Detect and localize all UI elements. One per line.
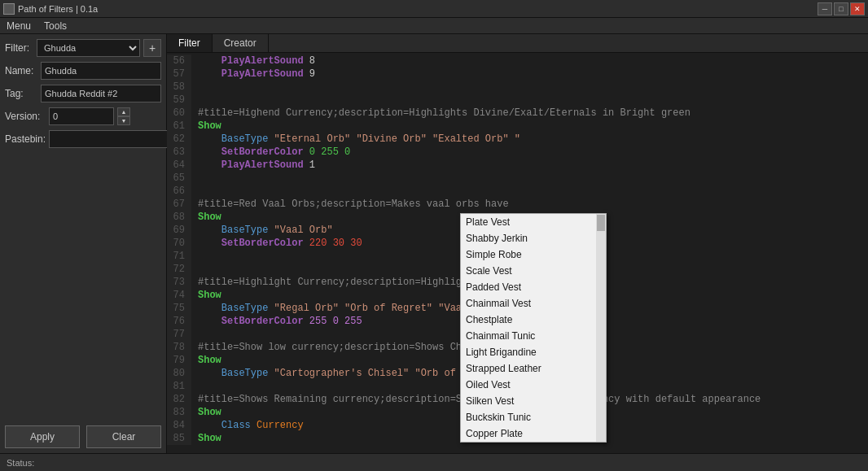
line-content: #title=Highend Currency;description=High… bbox=[191, 107, 690, 120]
table-row: 67#title=Red Vaal Orbs;description=Makes… bbox=[167, 198, 868, 211]
filter-row: Filter: Ghudda + bbox=[5, 39, 161, 57]
line-content: BaseType "Eternal Orb" "Divine Orb" "Exa… bbox=[191, 133, 520, 146]
close-button[interactable]: ✕ bbox=[850, 2, 865, 15]
list-item[interactable]: Chestplate bbox=[461, 312, 606, 328]
list-item[interactable]: Copper Plate bbox=[461, 425, 606, 442]
tag-row: Tag: bbox=[5, 85, 161, 102]
list-item[interactable]: Padded Vest bbox=[461, 279, 606, 295]
line-number: 75 bbox=[167, 302, 191, 315]
filter-select[interactable]: Ghudda bbox=[37, 39, 140, 57]
right-panel: Filter Creator 56 PlayAlertSound 857 Pla… bbox=[167, 34, 868, 453]
line-content bbox=[191, 185, 198, 198]
pastebin-row: Pastebin: bbox=[5, 130, 161, 148]
table-row: 57 PlayAlertSound 9 bbox=[167, 68, 868, 81]
list-item[interactable]: Chainmail Tunic bbox=[461, 328, 606, 344]
list-item[interactable]: Buckskin Tunic bbox=[461, 409, 606, 425]
line-number: 58 bbox=[167, 81, 191, 94]
line-number: 70 bbox=[167, 237, 191, 250]
line-content bbox=[191, 380, 198, 393]
line-number: 71 bbox=[167, 250, 191, 263]
list-item[interactable]: Oiled Vest bbox=[461, 377, 606, 393]
line-number: 64 bbox=[167, 159, 191, 172]
table-row: 60#title=Highend Currency;description=Hi… bbox=[167, 107, 868, 120]
table-row: 62 BaseType "Eternal Orb" "Divine Orb" "… bbox=[167, 133, 868, 146]
line-number: 56 bbox=[167, 55, 191, 68]
tag-label: Tag: bbox=[5, 88, 37, 99]
table-row: 59 bbox=[167, 94, 868, 107]
line-number: 74 bbox=[167, 289, 191, 302]
menu-item-tools[interactable]: Tools bbox=[41, 19, 70, 33]
minimize-button[interactable]: ─ bbox=[818, 2, 832, 15]
line-content: BaseType "Vaal Orb" bbox=[191, 224, 333, 237]
line-number: 68 bbox=[167, 211, 191, 224]
line-content: Show bbox=[191, 120, 221, 133]
name-row: Name: bbox=[5, 62, 161, 80]
line-content: PlayAlertSound 1 bbox=[191, 159, 315, 172]
status-label: Status: bbox=[7, 458, 34, 468]
line-content bbox=[191, 94, 198, 107]
line-content bbox=[191, 328, 198, 341]
title-bar-left: Path of Filters | 0.1a bbox=[3, 3, 98, 15]
line-number: 78 bbox=[167, 341, 191, 354]
line-number: 85 bbox=[167, 432, 191, 445]
table-row: 66 bbox=[167, 185, 868, 198]
menu-item-menu[interactable]: Menu bbox=[3, 19, 34, 33]
apply-button[interactable]: Apply bbox=[5, 425, 80, 448]
line-number: 63 bbox=[167, 146, 191, 159]
table-row: 64 PlayAlertSound 1 bbox=[167, 159, 868, 172]
line-number: 69 bbox=[167, 224, 191, 237]
line-number: 67 bbox=[167, 198, 191, 211]
tab-creator[interactable]: Creator bbox=[213, 34, 269, 52]
list-item[interactable]: Silken Vest bbox=[461, 393, 606, 409]
version-label: Version: bbox=[5, 111, 46, 122]
maximize-button[interactable]: □ bbox=[834, 2, 848, 15]
list-item[interactable]: Scale Vest bbox=[461, 263, 606, 279]
line-number: 76 bbox=[167, 315, 191, 328]
panel-buttons: Apply Clear bbox=[5, 425, 161, 448]
line-content: Show bbox=[191, 354, 221, 367]
pastebin-label: Pastebin: bbox=[5, 133, 46, 145]
line-content: #title=Red Vaal Orbs;description=Makes v… bbox=[191, 198, 509, 211]
clear-button[interactable]: Clear bbox=[86, 425, 161, 448]
line-number: 79 bbox=[167, 354, 191, 367]
line-content bbox=[191, 81, 198, 94]
dropdown-thumb bbox=[597, 215, 605, 231]
list-item[interactable]: Light Brigandine bbox=[461, 344, 606, 360]
filter-add-button[interactable]: + bbox=[143, 39, 161, 57]
list-item[interactable]: Plate Vest bbox=[461, 214, 606, 230]
table-row: 63 SetBorderColor 0 255 0 bbox=[167, 146, 868, 159]
line-content: Show bbox=[191, 211, 221, 224]
version-spin-up[interactable]: ▲ bbox=[117, 107, 130, 116]
dropdown-popup: Plate VestShabby JerkinSimple RobeScale … bbox=[460, 213, 607, 443]
tab-filter[interactable]: Filter bbox=[167, 34, 213, 52]
list-item[interactable]: Simple Robe bbox=[461, 246, 606, 263]
line-number: 57 bbox=[167, 68, 191, 81]
version-spinbox: ▲ ▼ bbox=[117, 107, 130, 125]
line-number: 59 bbox=[167, 94, 191, 107]
line-number: 60 bbox=[167, 107, 191, 120]
version-input[interactable] bbox=[49, 107, 114, 125]
pastebin-input[interactable] bbox=[49, 130, 169, 148]
line-content: SetBorderColor 220 30 30 bbox=[191, 237, 362, 250]
list-item[interactable]: Chainmail Vest bbox=[461, 295, 606, 312]
line-number: 61 bbox=[167, 120, 191, 133]
line-content bbox=[191, 250, 198, 263]
dropdown-scrollbar[interactable] bbox=[596, 214, 606, 442]
dropdown-items: Plate VestShabby JerkinSimple RobeScale … bbox=[461, 214, 606, 442]
tag-input[interactable] bbox=[41, 85, 161, 102]
line-number: 80 bbox=[167, 367, 191, 380]
line-content: Show bbox=[191, 289, 221, 302]
table-row: 61Show bbox=[167, 120, 868, 133]
line-number: 62 bbox=[167, 133, 191, 146]
list-item[interactable]: Shabby Jerkin bbox=[461, 230, 606, 246]
name-input[interactable] bbox=[41, 62, 161, 80]
main-layout: Filter: Ghudda + Name: Tag: Version: ▲ ▼… bbox=[0, 34, 868, 453]
line-content: PlayAlertSound 9 bbox=[191, 68, 315, 81]
table-row: 56 PlayAlertSound 8 bbox=[167, 55, 868, 68]
line-number: 72 bbox=[167, 263, 191, 276]
version-spin-down[interactable]: ▼ bbox=[117, 116, 130, 125]
table-row: 65 bbox=[167, 172, 868, 185]
app-icon bbox=[3, 3, 15, 15]
list-item[interactable]: Strapped Leather bbox=[461, 360, 606, 377]
line-number: 77 bbox=[167, 328, 191, 341]
